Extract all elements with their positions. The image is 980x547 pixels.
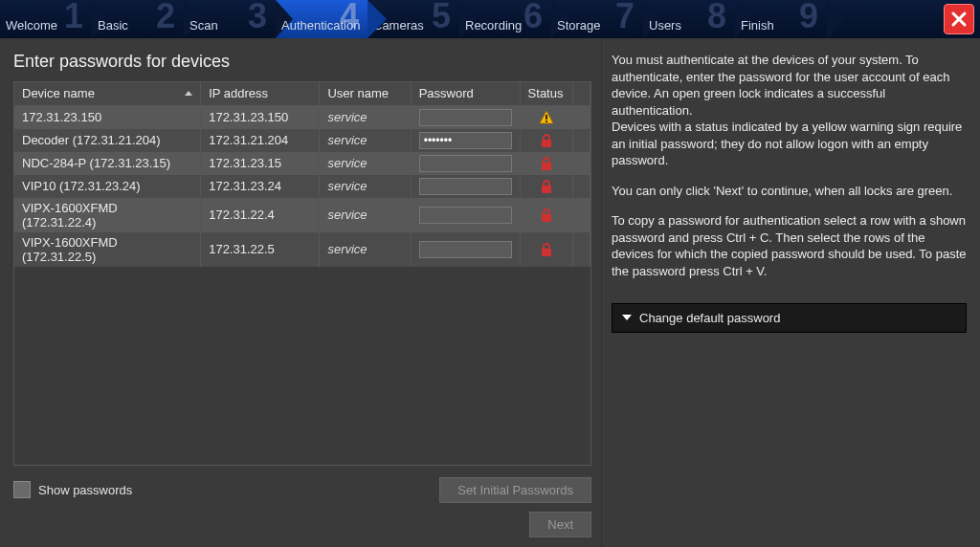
device-table: Device name IP address User name Passwor… bbox=[14, 82, 590, 267]
password-input[interactable] bbox=[419, 132, 512, 149]
step-number: 3 bbox=[248, 0, 266, 36]
step-label: Basic bbox=[98, 18, 128, 34]
lock-icon bbox=[539, 179, 554, 194]
wizard-step-bar: 1 Welcome 2 Basic 3 Scan 4 Authenticatio… bbox=[0, 0, 980, 38]
table-row[interactable]: VIP10 (172.31.23.24)172.31.23.24service bbox=[14, 175, 590, 198]
warning-icon bbox=[539, 110, 554, 125]
status-cell bbox=[520, 232, 573, 267]
table-row[interactable]: 172.31.23.150172.31.23.150service bbox=[14, 105, 590, 129]
status-cell bbox=[520, 129, 573, 152]
step-label: Recording bbox=[465, 18, 522, 34]
device-table-container: Device name IP address User name Passwor… bbox=[13, 81, 591, 466]
close-button[interactable] bbox=[944, 4, 974, 34]
user-name-cell: service bbox=[320, 152, 411, 175]
device-name-cell: VIP10 (172.31.23.24) bbox=[14, 175, 201, 198]
step-label: Finish bbox=[741, 18, 774, 34]
password-cell bbox=[411, 129, 520, 152]
table-row[interactable]: VIPX-1600XFMD (172.31.22.5)172.31.22.5se… bbox=[14, 232, 590, 267]
step-number: 6 bbox=[523, 0, 542, 36]
device-name-cell: VIPX-1600XFMD (172.31.22.5) bbox=[14, 232, 201, 267]
lock-icon bbox=[539, 156, 554, 171]
ip-address-cell: 172.31.23.150 bbox=[201, 105, 320, 129]
device-name-cell: 172.31.23.150 bbox=[14, 105, 201, 129]
password-cell bbox=[411, 198, 520, 232]
page-title: Enter passwords for devices bbox=[13, 52, 591, 72]
password-input[interactable] bbox=[419, 241, 512, 258]
password-input[interactable] bbox=[419, 178, 512, 195]
device-name-cell: Decoder (172.31.21.204) bbox=[14, 129, 201, 152]
user-name-cell: service bbox=[320, 232, 411, 267]
help-pane: You must authenticate at the devices of … bbox=[601, 38, 980, 547]
user-name-cell: service bbox=[320, 129, 411, 152]
col-header-extra[interactable] bbox=[573, 82, 590, 105]
step-label: Scan bbox=[189, 18, 218, 34]
close-icon bbox=[949, 10, 969, 29]
col-header-user-name[interactable]: User name bbox=[320, 82, 411, 105]
change-default-password-label: Change default password bbox=[639, 310, 780, 327]
password-cell bbox=[411, 232, 520, 267]
lock-icon bbox=[539, 242, 554, 257]
extra-cell bbox=[573, 198, 590, 232]
step-welcome[interactable]: 1 Welcome bbox=[0, 0, 92, 38]
password-cell bbox=[411, 152, 520, 175]
content-area: Enter passwords for devices Device name … bbox=[0, 38, 980, 547]
show-passwords-checkbox[interactable] bbox=[13, 481, 31, 498]
device-name-cell: VIPX-1600XFMD (172.31.22.4) bbox=[14, 198, 201, 232]
status-cell bbox=[520, 175, 573, 198]
user-name-cell: service bbox=[320, 105, 411, 129]
step-label: Users bbox=[649, 18, 681, 34]
col-header-device-name[interactable]: Device name bbox=[14, 82, 201, 105]
bottom-controls: Show passwords Set Initial Passwords bbox=[13, 477, 591, 502]
help-paragraph-3: To copy a password for authentication se… bbox=[612, 212, 967, 279]
extra-cell bbox=[573, 105, 590, 129]
status-cell bbox=[520, 198, 573, 232]
status-cell bbox=[520, 152, 573, 175]
user-name-cell: service bbox=[320, 198, 411, 232]
password-input[interactable] bbox=[419, 155, 512, 172]
step-label: Storage bbox=[557, 18, 601, 34]
col-header-ip-address[interactable]: IP address bbox=[201, 82, 320, 105]
col-header-status[interactable]: Status bbox=[520, 82, 573, 105]
ip-address-cell: 172.31.23.15 bbox=[201, 152, 320, 175]
step-number: 5 bbox=[432, 0, 450, 36]
device-name-cell: NDC-284-P (172.31.23.15) bbox=[14, 152, 201, 175]
chevron-down-icon bbox=[622, 315, 632, 320]
step-number: 2 bbox=[156, 0, 174, 36]
lock-icon bbox=[539, 133, 554, 148]
extra-cell bbox=[573, 129, 590, 152]
show-passwords-label: Show passwords bbox=[38, 483, 132, 497]
ip-address-cell: 172.31.21.204 bbox=[201, 129, 320, 152]
table-row[interactable]: NDC-284-P (172.31.23.15)172.31.23.15serv… bbox=[14, 152, 590, 175]
table-row[interactable]: VIPX-1600XFMD (172.31.22.4)172.31.22.4se… bbox=[14, 198, 590, 232]
help-paragraph-2: You can only click 'Next' to continue, w… bbox=[612, 183, 967, 200]
password-input[interactable] bbox=[419, 109, 512, 126]
status-cell bbox=[520, 105, 573, 129]
step-number: 1 bbox=[64, 0, 82, 36]
set-initial-passwords-button[interactable]: Set Initial Passwords bbox=[439, 477, 591, 503]
step-label: Authentication bbox=[281, 18, 360, 34]
col-header-password[interactable]: Password bbox=[411, 82, 520, 105]
extra-cell bbox=[573, 152, 590, 175]
password-cell bbox=[411, 175, 520, 198]
step-number: 9 bbox=[799, 0, 817, 36]
ip-address-cell: 172.31.22.5 bbox=[201, 232, 320, 267]
password-cell bbox=[411, 105, 520, 129]
password-input[interactable] bbox=[419, 207, 512, 224]
lock-icon bbox=[539, 208, 554, 223]
table-row[interactable]: Decoder (172.31.21.204)172.31.21.204serv… bbox=[14, 129, 590, 152]
step-label: Welcome bbox=[6, 18, 57, 34]
ip-address-cell: 172.31.22.4 bbox=[201, 198, 320, 232]
left-pane: Enter passwords for devices Device name … bbox=[0, 38, 601, 547]
extra-cell bbox=[573, 175, 590, 198]
change-default-password-expander[interactable]: Change default password bbox=[612, 303, 967, 334]
step-number: 8 bbox=[707, 0, 725, 36]
show-passwords-checkbox-group[interactable]: Show passwords bbox=[13, 481, 132, 498]
user-name-cell: service bbox=[320, 175, 411, 198]
next-button[interactable]: Next bbox=[529, 512, 591, 537]
ip-address-cell: 172.31.23.24 bbox=[201, 175, 320, 198]
extra-cell bbox=[573, 232, 590, 267]
help-paragraph-1: You must authenticate at the devices of … bbox=[612, 52, 967, 169]
step-number: 7 bbox=[615, 0, 634, 36]
